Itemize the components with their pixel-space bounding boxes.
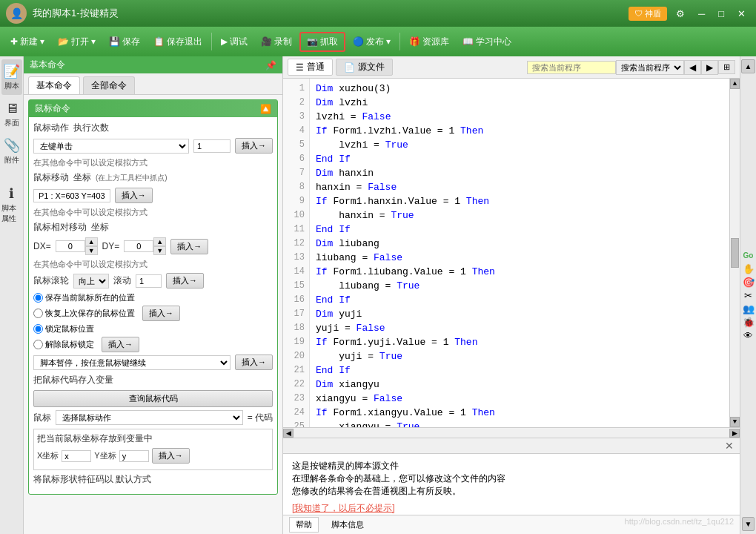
query-button[interactable]: 查询鼠标代码: [33, 390, 273, 407]
insert-scroll-button[interactable]: 插入→: [166, 273, 204, 289]
settings-button[interactable]: ⚙: [672, 7, 689, 21]
help-close-button[interactable]: ✕: [725, 440, 734, 452]
insert-pause-button[interactable]: 插入→: [235, 355, 273, 370]
dx-up-button[interactable]: ▲: [85, 237, 98, 246]
dx-down-button[interactable]: ▼: [85, 246, 98, 255]
times-input[interactable]: [193, 139, 231, 153]
insert-mouse-action-button[interactable]: 插入→: [235, 138, 273, 154]
lock-radio[interactable]: 锁定鼠标位置: [33, 323, 94, 334]
right-panel: ☰ 普通 📄 源文件 搜索当前程序 ◀ ▶ ⊞ 12345678910 1112: [283, 56, 740, 534]
help-dismiss-link[interactable]: [我知道了，以后不必提示]: [292, 503, 395, 513]
publish-dropdown-icon: ▾: [386, 36, 391, 47]
panel-content: 鼠标命令 🔼 鼠标动作 执行次数 左键单击 插入→: [24, 95, 282, 534]
tab-source[interactable]: 📄 源文件: [336, 59, 393, 76]
sidebar-item-props[interactable]: ℹ 脚本属性: [1, 187, 22, 222]
pause-select[interactable]: 脚本暂停，按任意鼠标键继续: [33, 355, 231, 370]
mouse-move-label-row: 鼠标移动 坐标 (在上方工具栏中抓点): [33, 171, 273, 184]
insert-mouse-move-button[interactable]: 插入→: [115, 188, 153, 203]
toolbar-sep-2: [399, 33, 400, 50]
toolbar-sep-1: [211, 33, 212, 50]
scissors-icon[interactable]: ✂: [744, 290, 752, 301]
resource-button[interactable]: 🎁 资源库: [403, 33, 455, 50]
insert-pos-var-button[interactable]: 插入→: [152, 448, 190, 464]
record-icon: 🎥: [261, 36, 272, 47]
sidebar-item-interface[interactable]: 🖥 界面: [1, 96, 22, 132]
dy-up-button[interactable]: ▲: [153, 237, 166, 246]
users-icon[interactable]: 👥: [743, 303, 755, 314]
sidebar-item-script[interactable]: 📝 脚本: [1, 59, 22, 95]
mouse-action-select[interactable]: 左键单击: [33, 139, 189, 154]
grid-view-button[interactable]: ⊞: [718, 60, 735, 74]
save-exit-icon: 📋: [153, 36, 165, 47]
mouse-action-select2[interactable]: 选择鼠标动作: [56, 410, 243, 425]
code-scrollbar[interactable]: ▲ ▼: [729, 79, 740, 427]
dy-input[interactable]: [124, 240, 153, 252]
icon-bar: 📝 脚本 🖥 界面 📎 附件 ℹ 脚本属性: [0, 56, 24, 534]
save-pos-radio[interactable]: 保存当前鼠标所在的位置: [33, 292, 135, 303]
pin-icon[interactable]: 📌: [265, 60, 276, 70]
hscroll-right-button[interactable]: ▶: [729, 429, 740, 438]
unlock-radio[interactable]: 解除鼠标锁定: [33, 339, 94, 350]
debug-button[interactable]: ▶ 调试: [215, 33, 253, 50]
scroll-bar-down[interactable]: ▼: [742, 517, 755, 531]
scroll-thumb[interactable]: [731, 238, 739, 268]
shield-badge: 🛡 神盾: [629, 7, 667, 21]
code-content[interactable]: Dim xuzhou(3) Dim lvzhi lvzhi = False If…: [310, 79, 729, 427]
minimize-button[interactable]: ─: [694, 7, 709, 21]
next-result-button[interactable]: ▶: [701, 60, 718, 75]
dx-input[interactable]: [56, 240, 85, 252]
record-button[interactable]: 🎥 录制: [255, 33, 298, 50]
save-button[interactable]: 💾 保存: [103, 33, 146, 50]
save-exit-button[interactable]: 📋 保存退出: [147, 33, 208, 50]
hscroll-left-button[interactable]: ◀: [283, 429, 294, 438]
code-search: 搜索当前程序 ◀ ▶ ⊞: [527, 60, 735, 75]
new-button[interactable]: ✚ 新建 ▾: [4, 33, 50, 50]
help-tab-script-info[interactable]: 脚本信息: [325, 517, 371, 533]
scroll-down-button[interactable]: ▼: [730, 417, 740, 427]
search-type-select[interactable]: 搜索当前程序: [616, 60, 684, 75]
prev-result-button[interactable]: ◀: [684, 60, 701, 75]
normal-tab-icon: ☰: [296, 62, 304, 73]
tab-all[interactable]: 全部命令: [83, 76, 135, 94]
maximize-button[interactable]: □: [714, 7, 729, 21]
code-hscrollbar[interactable]: ◀ ▶: [283, 427, 740, 438]
y-var-input[interactable]: [119, 450, 149, 462]
insert-pos-button[interactable]: 插入→: [142, 306, 180, 321]
eye-icon[interactable]: 👁: [743, 330, 753, 341]
resource-icon: 🎁: [409, 36, 420, 47]
mouse-move-input-row: P1 : X=603 Y=403 插入→: [33, 188, 273, 203]
tab-normal[interactable]: ☰ 普通: [288, 59, 333, 76]
coord-display: P1 : X=603 Y=403: [33, 189, 110, 202]
right-action-bar: ▲ Go ✋ 🎯 ✂ 👥 🐞 👁 ▼: [740, 56, 756, 534]
target-icon[interactable]: 🎯: [743, 277, 755, 288]
save-icon: 💾: [109, 36, 120, 47]
insert-lock-button[interactable]: 插入→: [102, 337, 139, 352]
collapse-icon[interactable]: 🔼: [260, 104, 271, 114]
watermark: http://blog.csdn.net/tz_1qu212: [625, 517, 734, 533]
x-var-input[interactable]: [62, 450, 91, 462]
sidebar-item-attach[interactable]: 📎 附件: [1, 134, 22, 169]
dy-down-button[interactable]: ▼: [153, 246, 166, 255]
mouse-action-select-row: 鼠标 选择鼠标动作 = 代码: [33, 410, 273, 425]
restore-pos-radio[interactable]: 恢复上次保存的鼠标位置: [33, 308, 135, 319]
hand-icon[interactable]: ✋: [743, 263, 755, 274]
publish-button[interactable]: 🔵 发布 ▾: [347, 33, 397, 50]
scroll-bar-thumb[interactable]: ▲: [741, 59, 755, 73]
debug-icon: ▶: [221, 36, 228, 47]
tab-basic[interactable]: 基本命令: [28, 76, 80, 94]
go-button[interactable]: Go: [742, 250, 755, 261]
mouse-scroll-row: 鼠标滚轮 向上 滚动 插入→: [33, 273, 273, 289]
scroll-dir-select[interactable]: 向上: [73, 274, 109, 289]
scroll-times-input[interactable]: [136, 274, 162, 288]
bug-icon[interactable]: 🐞: [743, 317, 755, 328]
help-tab-help[interactable]: 帮助: [289, 517, 319, 533]
open-button[interactable]: 📂 打开 ▾: [52, 33, 102, 50]
search-input[interactable]: [527, 61, 616, 74]
close-button[interactable]: ✕: [733, 7, 750, 21]
lock-row: 锁定鼠标位置: [33, 323, 273, 334]
insert-rel-move-button[interactable]: 插入→: [170, 239, 208, 254]
study-button[interactable]: 📖 学习中心: [457, 33, 517, 50]
capture-button[interactable]: 📷 抓取: [299, 32, 345, 52]
scroll-up-button[interactable]: ▲: [730, 79, 740, 89]
line-numbers: 12345678910 11121314151617181920 2122232…: [283, 79, 310, 427]
